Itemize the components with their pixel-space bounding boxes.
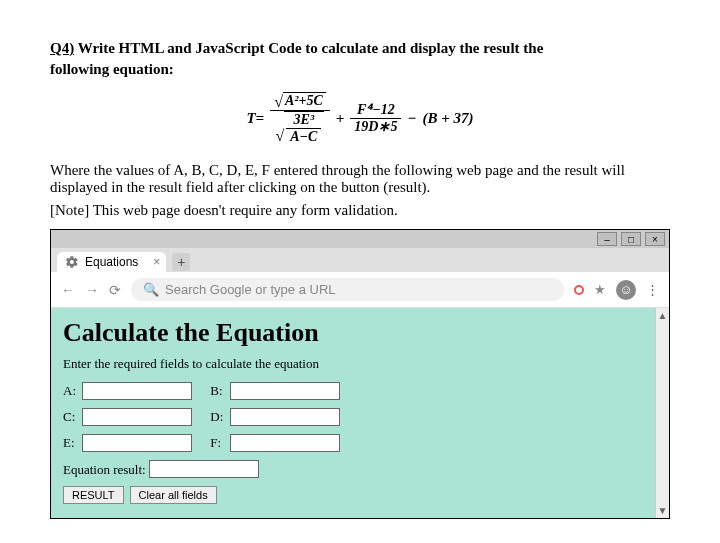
search-icon: 🔍: [143, 282, 159, 297]
note-text: [Note] This web page doesn't require any…: [50, 202, 670, 219]
omnibox[interactable]: 🔍 Search Google or type a URL: [131, 278, 564, 301]
omnibox-placeholder: Search Google or type a URL: [165, 282, 336, 297]
clear-button[interactable]: Clear all fields: [130, 486, 217, 504]
form-row-cd: C: D:: [63, 408, 643, 426]
result-row: Equation result:: [63, 460, 643, 478]
question-heading: Q4) Write HTML and JavaScript Code to ca…: [50, 40, 670, 57]
tab-strip: Equations × +: [51, 248, 669, 272]
equation-fraction-1: √ A²+5C √ 3E³ A−C: [270, 92, 330, 144]
input-a[interactable]: [82, 382, 192, 400]
tab-close-icon[interactable]: ×: [153, 255, 160, 269]
new-tab-button[interactable]: +: [172, 253, 190, 271]
browser-window: – □ × Equations × + ← → ⟳ 🔍 Search Googl…: [50, 229, 670, 519]
result-output[interactable]: [149, 460, 259, 478]
input-f[interactable]: [230, 434, 340, 452]
sqrt-1: √ A²+5C: [274, 92, 326, 110]
window-minimize-button[interactable]: –: [597, 232, 617, 246]
input-c[interactable]: [82, 408, 192, 426]
input-e[interactable]: [82, 434, 192, 452]
label-f: F:: [210, 435, 226, 451]
scrollbar[interactable]: ▲ ▼: [655, 308, 669, 518]
equation-lhs: T=: [246, 110, 264, 127]
equation-tail: (B + 37): [423, 110, 474, 127]
result-button[interactable]: RESULT: [63, 486, 124, 504]
equation-fraction-2: F⁴−12 19D∗5: [350, 102, 401, 134]
question-number: Q4): [50, 40, 74, 56]
window-titlebar: – □ ×: [51, 230, 669, 248]
equation-plus: +: [336, 110, 345, 127]
profile-avatar-icon[interactable]: ☺: [616, 280, 636, 300]
scroll-down-icon[interactable]: ▼: [658, 503, 668, 518]
input-b[interactable]: [230, 382, 340, 400]
nav-reload-icon[interactable]: ⟳: [109, 282, 121, 298]
browser-tab[interactable]: Equations ×: [57, 252, 166, 272]
browser-menu-icon[interactable]: ⋮: [646, 282, 659, 297]
question-prompt-2: following equation:: [50, 61, 670, 78]
nav-back-icon[interactable]: ←: [61, 282, 75, 298]
form-row-ef: E: F:: [63, 434, 643, 452]
bookmark-star-icon[interactable]: ★: [594, 282, 606, 297]
equation-minus: −: [407, 110, 416, 127]
form-row-ab: A: B:: [63, 382, 643, 400]
label-c: C:: [63, 409, 79, 425]
tab-title: Equations: [85, 255, 138, 269]
sqrt-2: √ 3E³ A−C: [275, 111, 324, 144]
label-a: A:: [63, 383, 79, 399]
scroll-up-icon[interactable]: ▲: [658, 308, 668, 323]
tab-favicon-settings-icon: [65, 255, 79, 269]
page-content: Calculate the Equation Enter the require…: [51, 308, 655, 518]
explanation-text: Where the values of A, B, C, D, E, F ent…: [50, 162, 670, 196]
question-prompt-1: Write HTML and JavaScript Code to calcul…: [78, 40, 544, 56]
extension-icon[interactable]: [574, 285, 584, 295]
input-d[interactable]: [230, 408, 340, 426]
nav-forward-icon[interactable]: →: [85, 282, 99, 298]
result-label: Equation result:: [63, 462, 146, 477]
window-close-button[interactable]: ×: [645, 232, 665, 246]
label-b: B:: [210, 383, 226, 399]
page-heading: Calculate the Equation: [63, 318, 643, 348]
equation-display: T= √ A²+5C √ 3E³ A−C: [50, 92, 670, 144]
label-d: D:: [210, 409, 226, 425]
window-maximize-button[interactable]: □: [621, 232, 641, 246]
address-bar-row: ← → ⟳ 🔍 Search Google or type a URL ★ ☺ …: [51, 272, 669, 308]
page-subtext: Enter the required fields to calculate t…: [63, 356, 643, 372]
label-e: E:: [63, 435, 79, 451]
